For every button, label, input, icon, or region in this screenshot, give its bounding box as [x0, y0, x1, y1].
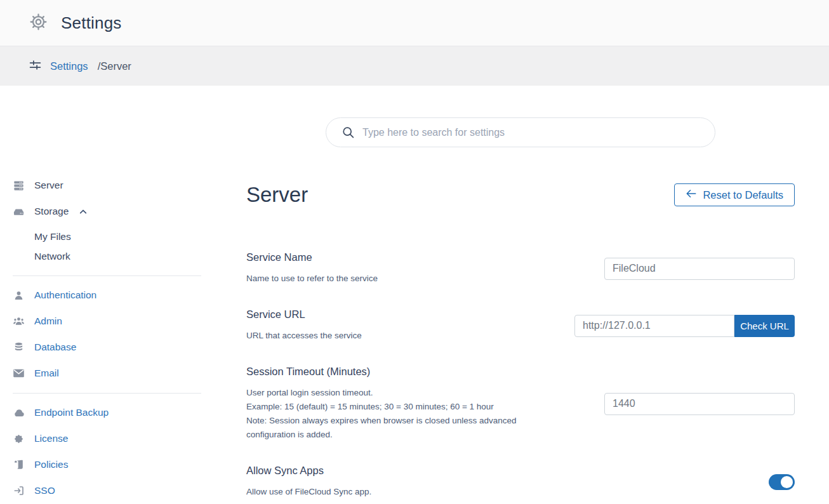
sidebar-item-sso[interactable]: SSO	[13, 482, 201, 500]
page-title: Settings	[61, 13, 122, 33]
sidebar-item-label: Endpoint Backup	[34, 407, 109, 418]
scroll-icon	[13, 459, 25, 470]
reset-to-defaults-button[interactable]: Reset to Defaults	[674, 183, 795, 206]
service-name-input[interactable]	[604, 258, 795, 280]
sidebar-item-label: My Files	[34, 231, 71, 242]
sidebar-item-database[interactable]: Database	[13, 338, 201, 356]
sidebar-item-storage[interactable]: Storage	[13, 202, 201, 220]
chevron-up-icon	[79, 209, 87, 215]
field-description: Allow use of FileCloud Sync app.	[246, 485, 371, 499]
sidebar-item-server[interactable]: Server	[13, 176, 201, 194]
session-timeout-input[interactable]	[604, 393, 795, 415]
sidebar-item-my-files[interactable]: My Files	[13, 229, 201, 245]
service-url-input[interactable]	[574, 315, 734, 337]
sidebar-item-label: License	[34, 433, 68, 444]
sidebar-item-label: Database	[34, 342, 76, 353]
arrow-left-icon	[686, 189, 697, 201]
sidebar-item-label: Admin	[34, 315, 62, 327]
field-description: URL that accesses the service	[246, 329, 362, 343]
sidebar-item-label: SSO	[34, 485, 55, 496]
sidebar-divider	[13, 393, 201, 394]
sidebar-item-label: Storage	[34, 206, 69, 217]
users-icon	[13, 315, 25, 327]
seal-icon	[13, 434, 25, 444]
sidebar-item-label: Server	[34, 180, 63, 191]
sidebar-item-label: Authentication	[34, 289, 96, 301]
field-row-service-url: Service URL URL that accesses the servic…	[246, 308, 795, 343]
sidebar-item-endpoint-backup[interactable]: Endpoint Backup	[13, 404, 201, 421]
field-description-line: Example: 15 (default) = 15 minutes; 30 =…	[246, 400, 567, 414]
settings-search	[326, 117, 715, 147]
field-description-line: Note: Session always expires when browse…	[246, 414, 567, 442]
breadcrumb-current-page: /Server	[98, 60, 131, 72]
sidebar-item-policies[interactable]: Policies	[13, 456, 201, 474]
search-icon	[342, 126, 355, 142]
field-label: Allow Sync Apps	[246, 465, 371, 477]
breadcrumb: Settings /Server	[0, 46, 829, 86]
field-label: Service URL	[246, 308, 362, 321]
field-row-service-name: Service Name Name to use to refer to the…	[246, 251, 795, 286]
sidebar-item-email[interactable]: Email	[13, 364, 201, 382]
sidebar-item-network[interactable]: Network	[13, 248, 201, 265]
storage-icon	[13, 206, 25, 218]
gear-icon	[29, 13, 48, 34]
database-icon	[13, 342, 25, 353]
field-description-line: User portal login session timeout.	[246, 386, 567, 400]
sign-in-icon	[13, 485, 25, 496]
field-row-allow-sync-apps: Allow Sync Apps Allow use of FileCloud S…	[246, 465, 795, 499]
allow-sync-apps-toggle[interactable]	[769, 474, 795, 490]
envelope-icon	[13, 368, 25, 378]
sidebar-item-authentication[interactable]: Authentication	[13, 286, 201, 304]
sidebar-item-admin[interactable]: Admin	[13, 312, 201, 330]
field-row-session-timeout: Session Timeout (Minutes) User portal lo…	[246, 366, 795, 442]
field-label: Service Name	[246, 251, 378, 263]
settings-main-panel: Server Reset to Defaults Service Name Na…	[246, 86, 795, 504]
field-description: Name to use to refer to the service	[246, 272, 378, 286]
settings-sidebar: Server Storage My Files Network	[13, 86, 201, 504]
check-url-button[interactable]: Check URL	[734, 315, 795, 337]
sidebar-item-label: Email	[34, 368, 59, 379]
toggle-knob	[781, 476, 793, 488]
sidebar-divider	[13, 275, 201, 276]
sidebar-item-label: Policies	[34, 459, 68, 470]
user-icon	[13, 290, 25, 301]
search-input[interactable]	[326, 117, 715, 147]
sidebar-item-label: Network	[34, 251, 70, 262]
server-icon	[13, 180, 25, 192]
field-label: Session Timeout (Minutes)	[246, 366, 567, 378]
app-header: Settings	[0, 0, 829, 46]
breadcrumb-settings-link[interactable]: Settings	[50, 60, 88, 72]
cloud-icon	[13, 408, 25, 418]
section-title: Server	[246, 183, 308, 207]
sidebar-item-license[interactable]: License	[13, 430, 201, 448]
sliders-icon	[29, 58, 42, 74]
reset-to-defaults-label: Reset to Defaults	[703, 189, 783, 201]
